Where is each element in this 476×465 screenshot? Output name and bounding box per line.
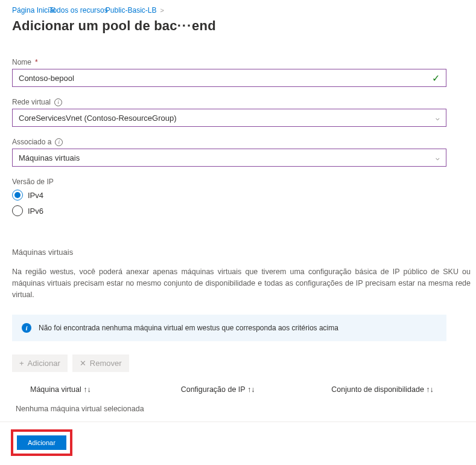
associated-select[interactable]: Máquinas virtuais ⌵ [12, 149, 446, 167]
field-ipversion: Versão de IP IPv4 IPv6 [12, 178, 464, 216]
col-avset[interactable]: Conjunto de disponibilidade ↑↓ [331, 385, 464, 394]
info-banner: i Não foi encontrada nenhuma máquina vir… [12, 315, 446, 341]
vnet-select[interactable]: CoreServicesVnet (Contoso-ResourceGroup)… [12, 109, 446, 127]
footer: Adicionar [0, 422, 476, 463]
checkmark-icon: ✓ [432, 72, 440, 84]
info-icon[interactable]: i [55, 138, 63, 146]
plus-icon: + [19, 359, 24, 368]
col-ipconfig[interactable]: Configuração de IP ↑↓ [181, 385, 332, 394]
field-name: Nome * Contoso-bepool ✓ [12, 58, 464, 87]
required-icon: * [35, 58, 38, 66]
field-vnet: Rede virtual i CoreServicesVnet (Contoso… [12, 98, 464, 127]
radio-icon-checked [12, 190, 23, 200]
chevron-right-icon: > [160, 7, 163, 14]
radio-ipv6[interactable]: IPv6 [12, 205, 464, 216]
breadcrumb: Página Inicial Todos os recursos Public-… [12, 6, 464, 14]
action-bar: + Adicionar ✕ Remover [12, 354, 464, 372]
radio-icon [12, 205, 23, 216]
label-name: Nome * [12, 58, 464, 66]
close-icon: ✕ [80, 359, 86, 368]
highlight-box: Adicionar [11, 429, 72, 456]
label-ipversion: Versão de IP [12, 178, 464, 186]
col-vm[interactable]: Máquina virtual ↑↓ [30, 385, 181, 394]
label-vnet: Rede virtual i [12, 98, 464, 106]
remove-vm-button[interactable]: ✕ Remover [72, 354, 129, 372]
vm-table-header: Máquina virtual ↑↓ Configuração de IP ↑↓… [12, 385, 464, 401]
info-icon[interactable]: i [54, 98, 62, 106]
page-title: Adicionar um pool de bac···end [12, 18, 464, 34]
vm-section-description: Na região westus, você poderá anexar ape… [12, 266, 471, 300]
add-button[interactable]: Adicionar [17, 435, 66, 450]
info-icon: i [22, 323, 31, 333]
breadcrumb-all-resources[interactable]: Todos os recursos [49, 6, 107, 14]
banner-text: Não foi encontrada nenhuma máquina virtu… [39, 324, 338, 332]
vm-section-title: Máquinas virtuais [12, 248, 464, 257]
radio-ipv4[interactable]: IPv4 [12, 190, 464, 200]
add-vm-button[interactable]: + Adicionar [12, 354, 68, 372]
vm-table-empty: Nenhuma máquina virtual selecionada [12, 401, 464, 422]
name-input[interactable]: Contoso-bepool ✓ [12, 69, 446, 87]
label-associated: Associado a i [12, 138, 464, 146]
breadcrumb-resource[interactable]: Public-Basic-LB [106, 6, 157, 14]
field-associated: Associado a i Máquinas virtuais ⌵ [12, 138, 464, 167]
chevron-down-icon: ⌵ [436, 114, 440, 122]
chevron-down-icon: ⌵ [436, 154, 440, 162]
